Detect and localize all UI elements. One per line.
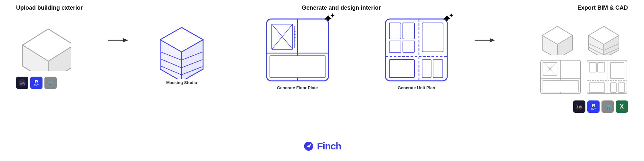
- blue-cube: [155, 18, 208, 79]
- arrow-2: [473, 37, 496, 43]
- svg-marker-14: [123, 38, 128, 42]
- export-cube-2: [586, 19, 628, 55]
- svg-rect-41: [270, 56, 325, 78]
- svg-rect-54: [433, 60, 443, 78]
- svg-rect-83: [611, 83, 616, 92]
- revit-icon: R RVT: [30, 77, 43, 89]
- svg-rect-75: [543, 80, 578, 92]
- upload-section-label: Upload building exterior: [16, 5, 87, 11]
- svg-text:✦: ✦: [329, 12, 335, 19]
- svg-rect-50: [403, 41, 414, 52]
- svg-text:🦏: 🦏: [48, 80, 54, 86]
- rhino-icon: 🦏: [44, 77, 57, 89]
- unit-plan-label: Generate Unit Plan: [398, 85, 435, 90]
- export-floorplan-1: [540, 59, 582, 95]
- revit-export-icon: R RVT: [587, 100, 600, 113]
- middle-section-label: Generate and design interior: [196, 5, 486, 11]
- floor-plate-section: ✦✦: [264, 18, 331, 90]
- svg-rect-82: [611, 62, 624, 79]
- svg-rect-47: [389, 23, 401, 39]
- grasshopper-export-icon: 🦗: [573, 100, 585, 113]
- svg-rect-80: [598, 62, 605, 72]
- svg-rect-51: [389, 60, 414, 78]
- export-section-label: Export BIM & CAD: [518, 5, 628, 11]
- sparkle-floor: ✦✦: [320, 11, 336, 29]
- svg-text:✦: ✦: [449, 12, 454, 19]
- excel-export-icon: X: [616, 100, 628, 113]
- svg-rect-84: [618, 83, 625, 92]
- unit-plan-section: ✦✦: [383, 18, 450, 90]
- finch-logo: Finch: [303, 140, 341, 152]
- floor-plate-label: Generate Floor Plate: [277, 85, 318, 90]
- massing-label: Massing Studio: [166, 80, 197, 85]
- export-cube-1: [540, 19, 582, 55]
- grasshopper-icon: 🦗: [16, 77, 28, 89]
- massing-section: Massing Studio: [152, 18, 212, 85]
- svg-rect-53: [422, 60, 431, 78]
- export-section: 🦗 R RVT 🦏 X: [518, 18, 628, 113]
- arrow-1: [107, 37, 129, 43]
- svg-text:🦗: 🦗: [20, 80, 25, 86]
- sparkle-unit: ✦✦: [439, 11, 455, 29]
- gray-cube: [16, 19, 71, 71]
- upload-icons: 🦗 R RVT 🦏: [16, 77, 57, 89]
- rhino-export-icon: 🦏: [601, 100, 614, 113]
- export-icons: 🦗 R RVT 🦏 X: [573, 100, 628, 113]
- svg-marker-56: [490, 38, 495, 42]
- svg-rect-79: [589, 62, 596, 72]
- svg-rect-49: [389, 41, 401, 52]
- svg-rect-48: [403, 23, 414, 39]
- upload-section: 🦗 R RVT 🦏: [16, 18, 84, 89]
- export-unitplan-1: [586, 59, 628, 95]
- svg-rect-81: [589, 83, 605, 92]
